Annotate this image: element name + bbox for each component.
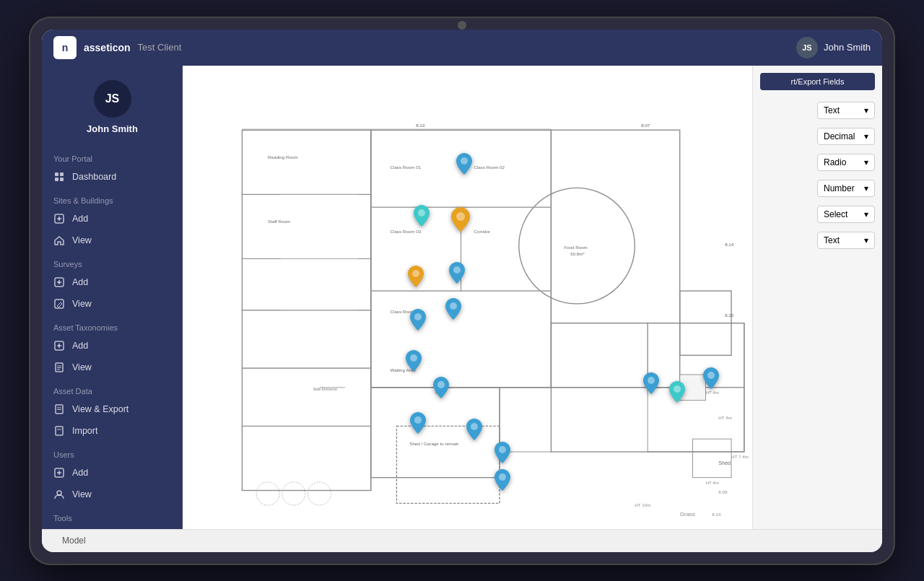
user-avatar-top: JS bbox=[796, 37, 818, 58]
field-row-4: Number ▾ bbox=[753, 175, 882, 201]
bottom-bar: Model bbox=[42, 529, 882, 552]
sidebar-item-tax-add[interactable]: Add bbox=[42, 335, 183, 357]
svg-rect-0 bbox=[55, 172, 58, 176]
section-label-users: Users bbox=[42, 442, 183, 462]
sidebar-item-assetdata-export[interactable]: View & Export bbox=[42, 398, 183, 420]
field-select-radio[interactable]: Radio ▾ bbox=[817, 154, 875, 171]
svg-text:Grass: Grass bbox=[680, 511, 695, 517]
field-row-6: Text ▾ bbox=[753, 227, 882, 253]
svg-text:8.09: 8.09 bbox=[718, 489, 728, 494]
sidebar-sites-add-label: Add bbox=[72, 214, 88, 224]
sidebar-item-surveys-add[interactable]: Add bbox=[42, 271, 183, 293]
svg-text:Class Room 04: Class Room 04 bbox=[391, 309, 422, 314]
svg-rect-3 bbox=[60, 178, 64, 181]
section-label-surveys: Surveys bbox=[42, 251, 183, 271]
svg-text:Shed / Garage to remain: Shed / Garage to remain bbox=[409, 441, 459, 446]
camera-bump bbox=[458, 21, 466, 30]
sidebar-assetdata-export-label: View & Export bbox=[72, 404, 128, 414]
user-name-top: John Smith bbox=[824, 42, 871, 53]
sidebar-item-users-add[interactable]: Add bbox=[42, 462, 183, 484]
chevron-down-icon-3: ▾ bbox=[864, 157, 868, 167]
tablet-frame: n asseticon Test Client JS John Smith JS… bbox=[29, 17, 895, 565]
svg-text:Waiting Area: Waiting Area bbox=[391, 367, 417, 372]
field-type-label-5: Select bbox=[824, 209, 847, 219]
sidebar-item-assetdata-import[interactable]: Import bbox=[42, 420, 183, 442]
plus-square-icon-3 bbox=[53, 340, 65, 351]
field-type-label-1: Text bbox=[824, 105, 840, 115]
field-row-5: Select ▾ bbox=[753, 201, 882, 227]
bottom-tab-model[interactable]: Model bbox=[53, 536, 95, 546]
sidebar-item-sites-view[interactable]: View bbox=[42, 230, 183, 251]
svg-rect-51 bbox=[680, 375, 706, 401]
field-row-2: Decimal ▾ bbox=[753, 123, 882, 149]
svg-point-26 bbox=[57, 491, 61, 495]
sidebar-tax-add-label: Add bbox=[72, 341, 88, 351]
sidebar-users-view-label: View bbox=[72, 489, 92, 499]
sidebar-avatar: JS bbox=[94, 80, 131, 118]
svg-text:Shed: Shed bbox=[718, 460, 731, 466]
sidebar-surveys-add-label: Add bbox=[72, 277, 88, 287]
floor-plan-svg: Reading Room Staff Room Class Room 01 Cl… bbox=[183, 66, 752, 529]
top-bar: n asseticon Test Client JS John Smith bbox=[42, 30, 882, 66]
chevron-down-icon-5: ▾ bbox=[864, 209, 868, 219]
sidebar: JS John Smith Your Portal Dashboard bbox=[42, 66, 183, 529]
svg-text:8.14: 8.14 bbox=[725, 241, 734, 246]
user-profile: JS John Smith bbox=[42, 66, 183, 146]
sidebar-item-users-view[interactable]: View bbox=[42, 484, 183, 505]
plus-square-icon-1 bbox=[53, 213, 65, 224]
svg-text:Corridor: Corridor bbox=[474, 228, 490, 233]
svg-text:Class Room 01: Class Room 01 bbox=[391, 164, 422, 169]
field-type-label-6: Text bbox=[824, 235, 840, 245]
sidebar-item-tax-view[interactable]: View bbox=[42, 357, 183, 378]
svg-text:8.07: 8.07 bbox=[641, 122, 650, 127]
logo-icon: n bbox=[53, 36, 77, 59]
svg-text:HT 7.4m: HT 7.4m bbox=[731, 453, 749, 458]
field-select-text-2[interactable]: Text ▾ bbox=[817, 232, 875, 249]
field-select-text-1[interactable]: Text ▾ bbox=[817, 102, 875, 119]
right-panel-header: rt/Export Fields bbox=[753, 73, 882, 97]
sidebar-users-add-label: Add bbox=[72, 468, 88, 478]
plus-square-icon-4 bbox=[53, 467, 65, 479]
section-label-taxonomies: Asset Taxonomies bbox=[42, 315, 183, 335]
right-panel: rt/Export Fields Text ▾ Decimal ▾ bbox=[752, 66, 882, 529]
field-row-3: Radio ▾ bbox=[753, 149, 882, 175]
field-select-decimal[interactable]: Decimal ▾ bbox=[817, 128, 875, 145]
sidebar-tax-view-label: View bbox=[72, 362, 92, 372]
svg-text:8.14: 8.14 bbox=[712, 512, 721, 517]
import-export-button[interactable]: rt/Export Fields bbox=[760, 73, 875, 90]
grid-icon bbox=[53, 171, 65, 183]
top-bar-right: JS John Smith bbox=[796, 37, 871, 58]
sidebar-surveys-view-label: View bbox=[72, 299, 92, 309]
field-type-label-4: Number bbox=[824, 183, 855, 193]
user-icon bbox=[53, 489, 65, 500]
section-label-tools: Tools bbox=[42, 505, 183, 525]
field-type-label-3: Radio bbox=[824, 157, 846, 167]
svg-text:Side Entrance: Side Entrance bbox=[313, 387, 338, 391]
svg-text:6.15: 6.15 bbox=[725, 312, 734, 317]
home-icon bbox=[53, 235, 65, 246]
sidebar-item-sites-add[interactable]: Add bbox=[42, 208, 183, 230]
sidebar-user-name: John Smith bbox=[87, 123, 138, 134]
section-label-asset-data: Asset Data bbox=[42, 378, 183, 398]
sidebar-item-dashboard[interactable]: Dashboard bbox=[42, 166, 183, 188]
svg-text:HT 4m: HT 4m bbox=[705, 389, 719, 394]
svg-text:Class Room 03: Class Room 03 bbox=[391, 228, 422, 233]
section-label-sites: Sites & Buildings bbox=[42, 188, 183, 208]
sidebar-item-surveys-view[interactable]: View bbox=[42, 293, 183, 315]
svg-text:COF: COF bbox=[435, 389, 445, 394]
floor-plan-area: Reading Room Staff Room Class Room 01 Cl… bbox=[183, 66, 752, 529]
sidebar-dashboard-label: Dashboard bbox=[72, 172, 116, 182]
svg-text:HT 4m: HT 4m bbox=[718, 415, 732, 420]
svg-text:Food Room: Food Room bbox=[564, 245, 588, 250]
chevron-down-icon-1: ▾ bbox=[864, 105, 868, 115]
tablet-screen: n asseticon Test Client JS John Smith JS… bbox=[42, 30, 882, 552]
field-select-select[interactable]: Select ▾ bbox=[817, 206, 875, 223]
chevron-down-icon-6: ▾ bbox=[864, 235, 868, 245]
svg-rect-21 bbox=[56, 427, 63, 435]
sidebar-assetdata-import-label: Import bbox=[72, 426, 97, 436]
svg-text:HT 4m: HT 4m bbox=[705, 479, 719, 484]
svg-rect-2 bbox=[55, 178, 58, 181]
svg-text:Staff Room: Staff Room bbox=[268, 219, 290, 224]
field-row-1: Text ▾ bbox=[753, 97, 882, 123]
field-select-number[interactable]: Number ▾ bbox=[817, 180, 875, 197]
